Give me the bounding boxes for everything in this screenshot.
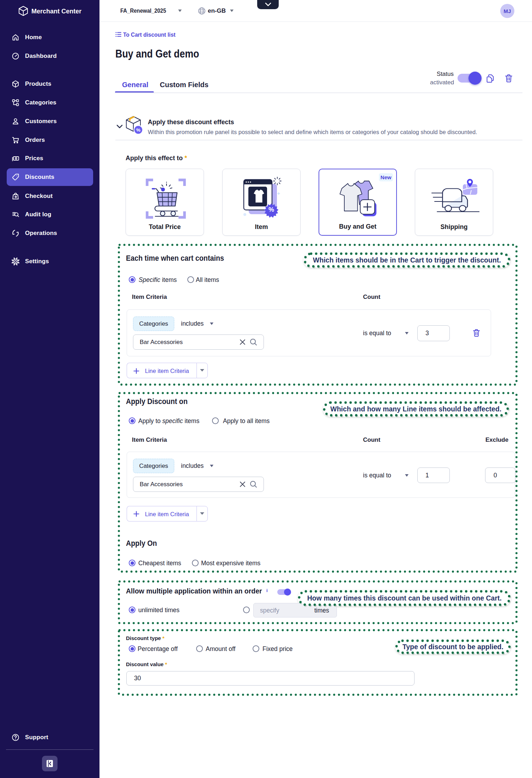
svg-text:%: % — [268, 206, 274, 213]
svg-text:%: % — [136, 127, 140, 133]
